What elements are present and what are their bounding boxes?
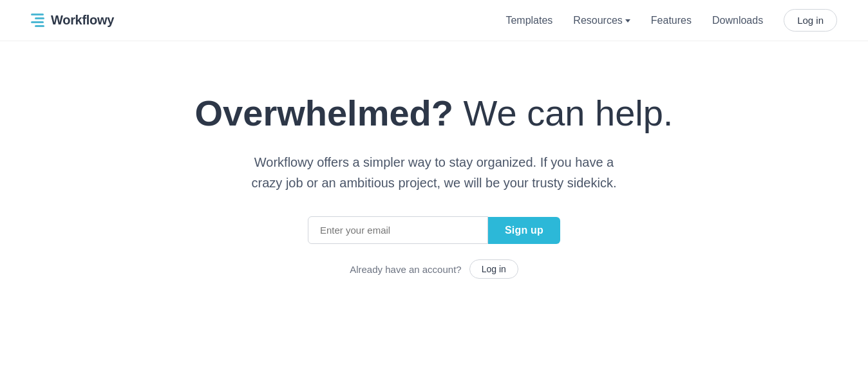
hero-subtext: Workflowy offers a simpler way to stay o… [247,152,621,193]
hero-heading: Overwhelmed? We can help. [195,93,674,134]
logo-icon [31,14,44,27]
nav-login-button[interactable]: Log in [784,9,837,32]
logo[interactable]: Workflowy [31,13,114,28]
hero-login-row: Already have an account? Log in [350,259,518,279]
navbar: Workflowy Templates Resources Features D… [0,0,868,41]
nav-resources-label: Resources [573,15,622,26]
email-input[interactable] [308,216,488,244]
nav-templates[interactable]: Templates [505,15,552,26]
already-account-text: Already have an account? [350,264,461,275]
signup-form: Sign up [308,216,560,244]
nav-downloads[interactable]: Downloads [712,15,763,26]
hero-heading-bold: Overwhelmed? [195,93,453,133]
nav-features[interactable]: Features [651,15,692,26]
nav-links: Templates Resources Features Downloads L… [505,9,837,32]
signup-button[interactable]: Sign up [488,217,560,244]
hero-heading-normal: We can help. [464,93,674,133]
chevron-down-icon [625,19,630,23]
brand-name: Workflowy [51,13,114,28]
hero-login-button[interactable]: Log in [469,259,518,279]
hero-section: Overwhelmed? We can help. Workflowy offe… [0,41,868,317]
nav-resources[interactable]: Resources [573,15,630,26]
